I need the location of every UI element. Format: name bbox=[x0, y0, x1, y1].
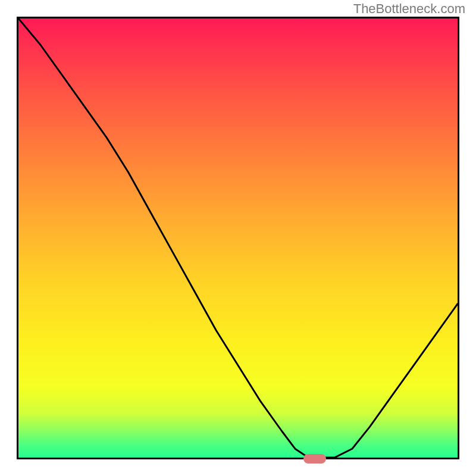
plot-area bbox=[17, 17, 459, 459]
curve-line bbox=[18, 18, 458, 458]
optimum-marker bbox=[303, 454, 326, 464]
watermark-text: TheBottleneck.com bbox=[353, 1, 465, 17]
